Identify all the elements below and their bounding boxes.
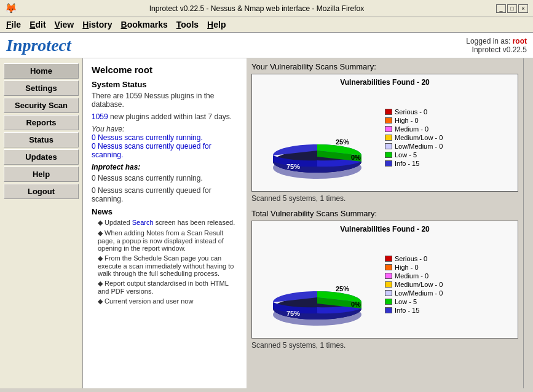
- sidebar-item-home[interactable]: Home: [4, 63, 79, 79]
- total-high-color: [385, 264, 392, 270]
- sidebar-item-help[interactable]: Help: [4, 167, 79, 182]
- total-medium-low-color: [385, 281, 392, 288]
- plugins-added-text: new plugins added within last 7 days.: [110, 112, 232, 121]
- total-scanned-text: Scanned 5 systems, 1 times.: [251, 341, 518, 350]
- low-label: Low - 5: [395, 151, 417, 159]
- total-low-label: Low - 5: [395, 298, 417, 305]
- svg-text:75%: 75%: [286, 310, 300, 317]
- app-version: Inprotect v0.22.5: [472, 45, 527, 54]
- news-label: News: [92, 207, 238, 216]
- news-item-2: When adding Notes from a Scan Result pag…: [92, 229, 238, 252]
- high-color: [385, 117, 392, 123]
- plugins-link[interactable]: 1059: [92, 112, 108, 121]
- welcome-title: Welcome root: [92, 65, 238, 75]
- total-pie-container: 25% 0% 75%: [256, 236, 379, 334]
- app-title: Inprotect: [6, 36, 71, 55]
- total-chart-box: Vulnerabilities Found - 20: [251, 221, 518, 339]
- login-info: Logged in as: root Inprotect v0.22.5: [466, 37, 527, 54]
- scans-running: 0 Nessus scans currently running.: [92, 133, 203, 142]
- inprotect-has-label: Inprotect has:: [92, 163, 238, 171]
- svg-text:25%: 25%: [336, 285, 349, 292]
- total-legend-low: Low - 5: [385, 298, 443, 305]
- total-low-medium-color: [385, 290, 392, 296]
- legend-medium: Medium - 0: [385, 125, 443, 133]
- total-legend-serious: Serious - 0: [385, 255, 443, 262]
- you-have-italic: You have:: [92, 125, 124, 133]
- you-have-label: You have: 0 Nessus scans currently runni…: [92, 125, 238, 159]
- news-item-4: Report output standardised in both HTML …: [92, 280, 238, 295]
- title-bar: 🦊 Inprotect v0.22.5 - Nessus & Nmap web …: [0, 0, 533, 17]
- low-medium-color: [385, 143, 392, 149]
- total-serious-color: [385, 256, 392, 262]
- total-summary-section: Total Vulnerability Scans Summary: Vulne…: [251, 209, 518, 350]
- close-button[interactable]: ×: [518, 4, 528, 13]
- total-legend-medium-low: Medium/Low - 0: [385, 281, 443, 288]
- total-info-label: Info - 15: [395, 307, 419, 314]
- news-item-1: Updated Search screen has been released.: [92, 219, 238, 227]
- sidebar-item-security-scan[interactable]: Security Scan: [4, 98, 79, 113]
- minimize-button[interactable]: _: [496, 4, 506, 13]
- main-content: Welcome root System Status There are 105…: [83, 58, 247, 388]
- help-menu[interactable]: Help: [203, 18, 229, 31]
- svg-text:0%: 0%: [351, 300, 361, 308]
- charts-panel: Your Vulnerability Scans Summary: Vulner…: [247, 58, 523, 388]
- low-medium-label: Low/Medium - 0: [395, 143, 443, 150]
- app-header: Inprotect Logged in as: root Inprotect v…: [0, 33, 533, 58]
- svg-text:25%: 25%: [336, 138, 349, 146]
- sidebar-item-logout[interactable]: Logout: [4, 184, 79, 199]
- high-label: High - 0: [395, 117, 419, 124]
- medium-color: [385, 126, 392, 132]
- total-medium-label: Medium - 0: [395, 272, 428, 280]
- history-menu[interactable]: History: [79, 18, 116, 31]
- scans-queued: 0 Nessus scans currently queued for scan…: [92, 142, 211, 159]
- system-status-label: System Status: [92, 80, 238, 89]
- total-summary-label: Total Vulnerability Scans Summary:: [251, 209, 518, 218]
- info-color: [385, 160, 392, 167]
- file-menu[interactable]: File: [2, 18, 25, 31]
- sidebar-item-settings[interactable]: Settings: [4, 80, 79, 96]
- your-summary-label: Your Vulnerability Scans Summary:: [251, 62, 518, 71]
- low-color: [385, 152, 392, 158]
- legend-serious: Serious - 0: [385, 108, 443, 116]
- scrollbar[interactable]: [523, 58, 533, 388]
- total-low-color: [385, 299, 392, 305]
- your-chart-box: Vulnerabilities Found - 20: [251, 74, 518, 192]
- legend-low: Low - 5: [385, 151, 443, 159]
- total-chart-title: Vulnerabilities Found - 20: [256, 225, 514, 233]
- plugins-link-text: 1059 new plugins added within last 7 day…: [92, 112, 238, 121]
- edit-menu[interactable]: Edit: [26, 18, 49, 31]
- plugins-text: There are 1059 Nessus plugins in the dat…: [92, 92, 238, 109]
- legend-medium-low: Medium/Low - 0: [385, 134, 443, 141]
- medium-low-color: [385, 135, 392, 141]
- view-menu[interactable]: View: [51, 18, 78, 31]
- legend-low-medium: Low/Medium - 0: [385, 143, 443, 150]
- inprotect-queued: 0 Nessus scans currently queued for scan…: [92, 186, 238, 203]
- legend-high: High - 0: [385, 117, 443, 124]
- legend-info: Info - 15: [385, 160, 443, 167]
- sidebar: Home Settings Security Scan Reports Stat…: [0, 58, 83, 388]
- maximize-button[interactable]: □: [507, 4, 517, 13]
- total-serious-label: Serious - 0: [395, 255, 427, 262]
- total-legend-info: Info - 15: [385, 307, 443, 314]
- your-pie-container: 25% 0% 75%: [256, 89, 379, 187]
- svg-text:75%: 75%: [286, 163, 300, 170]
- menu-bar: File Edit View History Bookmarks Tools H…: [0, 17, 533, 33]
- total-legend-medium: Medium - 0: [385, 272, 443, 280]
- total-medium-low-label: Medium/Low - 0: [395, 281, 443, 288]
- svg-text:0%: 0%: [351, 154, 361, 161]
- sidebar-item-reports[interactable]: Reports: [4, 115, 79, 130]
- medium-low-label: Medium/Low - 0: [395, 134, 443, 141]
- sidebar-item-status[interactable]: Status: [4, 132, 79, 147]
- news-item-3: From the Schedule Scan page you can exec…: [92, 254, 238, 277]
- tools-menu[interactable]: Tools: [173, 18, 202, 31]
- total-high-label: High - 0: [395, 264, 419, 271]
- info-label: Info - 15: [395, 160, 419, 167]
- bookmarks-menu[interactable]: Bookmarks: [117, 18, 172, 31]
- your-chart-title: Vulnerabilities Found - 20: [256, 78, 514, 87]
- window-controls[interactable]: _ □ ×: [496, 4, 528, 13]
- serious-label: Serious - 0: [395, 108, 427, 116]
- your-pie-chart: 25% 0% 75%: [256, 89, 379, 187]
- total-medium-color: [385, 273, 392, 279]
- search-link[interactable]: Search: [132, 219, 154, 226]
- sidebar-item-updates[interactable]: Updates: [4, 149, 79, 165]
